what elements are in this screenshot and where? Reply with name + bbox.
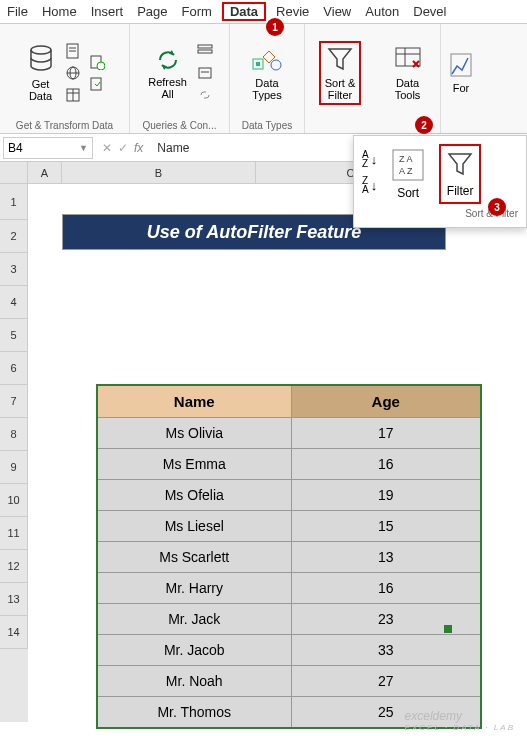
arrow-down-icon: ↓ xyxy=(371,178,378,193)
col-header[interactable]: B xyxy=(62,162,256,184)
svg-rect-13 xyxy=(198,45,212,48)
filter-button[interactable]: Filter xyxy=(439,144,481,204)
row-header[interactable]: 10 xyxy=(0,484,28,517)
tab-page[interactable]: Page xyxy=(133,2,171,21)
funnel-icon xyxy=(445,150,475,180)
row-header[interactable]: 1 xyxy=(0,184,28,220)
cancel-icon[interactable]: ✕ xyxy=(102,141,112,155)
data-tools-icon xyxy=(393,45,423,75)
sort-dialog-button[interactable]: Z AA Z Sort xyxy=(387,144,429,204)
props-icon xyxy=(197,66,213,80)
from-web-button[interactable] xyxy=(63,63,83,83)
row-header[interactable]: 6 xyxy=(0,352,28,385)
tab-insert[interactable]: Insert xyxy=(87,2,128,21)
svg-rect-12 xyxy=(91,78,101,90)
row-header[interactable]: 3 xyxy=(0,253,28,286)
sort-desc-button[interactable]: ZA ↓ xyxy=(362,176,377,194)
svg-rect-14 xyxy=(198,50,212,53)
row-header[interactable]: 5 xyxy=(0,319,28,352)
table-row[interactable]: Mr. Jack23 xyxy=(97,604,481,635)
menu-bar: File Home Insert Page Form Data Revie Vi… xyxy=(0,0,527,24)
data-types-icon xyxy=(251,45,283,75)
refresh-all-button[interactable]: Refresh All xyxy=(144,44,191,102)
fx-icon[interactable]: fx xyxy=(134,141,143,155)
table-icon xyxy=(65,87,81,103)
select-all[interactable] xyxy=(0,162,28,184)
svg-rect-15 xyxy=(199,68,211,78)
group-label-queries: Queries & Con... xyxy=(143,118,217,133)
from-text-button[interactable] xyxy=(63,41,83,61)
row-header[interactable]: 2 xyxy=(0,220,28,253)
watermark: exceldemy EXCEL · DATA · LAB xyxy=(405,709,515,732)
row-header[interactable]: 14 xyxy=(0,616,28,649)
tab-formulas[interactable]: Form xyxy=(178,2,216,21)
tab-view[interactable]: View xyxy=(319,2,355,21)
table-row[interactable]: Ms Scarlett13 xyxy=(97,542,481,573)
data-types-button[interactable]: Data Types xyxy=(247,43,287,103)
table-row[interactable]: Mr. Harry16 xyxy=(97,573,481,604)
tab-home[interactable]: Home xyxy=(38,2,81,21)
forecast-icon xyxy=(449,52,473,80)
arrow-down-icon: ↓ xyxy=(371,152,378,167)
group-data-types: Data Types Data Types xyxy=(230,24,305,133)
row-header[interactable]: 12 xyxy=(0,550,28,583)
table-row[interactable]: Ms Liesel15 xyxy=(97,511,481,542)
table-row[interactable]: Ms Ofelia19 xyxy=(97,480,481,511)
ribbon: Get Data Get & Transform Data Refresh Al… xyxy=(0,24,527,134)
refresh-icon xyxy=(154,46,182,74)
svg-rect-18 xyxy=(256,62,260,66)
group-data-tools: Data Tools xyxy=(375,24,441,133)
data-table[interactable]: Name Age Ms Olivia17 Ms Emma16 Ms Ofelia… xyxy=(96,384,482,729)
table-row[interactable]: Mr. Jacob33 xyxy=(97,635,481,666)
svg-point-19 xyxy=(271,60,281,70)
group-queries: Refresh All Queries & Con... xyxy=(130,24,230,133)
row-header[interactable]: 9 xyxy=(0,451,28,484)
funnel-icon xyxy=(325,45,355,75)
data-tools-button[interactable]: Data Tools xyxy=(389,43,427,103)
selection-handle[interactable] xyxy=(444,625,452,633)
formula-value[interactable]: Name xyxy=(157,141,189,155)
existing-conn-button[interactable] xyxy=(87,74,107,94)
get-data-button[interactable]: Get Data xyxy=(23,42,59,104)
row-header[interactable]: 13 xyxy=(0,583,28,616)
table-row[interactable]: Mr. Noah27 xyxy=(97,666,481,697)
connection-icon xyxy=(89,76,105,92)
header-age[interactable]: Age xyxy=(291,385,481,418)
globe-icon xyxy=(65,65,81,81)
name-box[interactable]: B4 ▼ xyxy=(3,137,93,159)
tab-developer[interactable]: Devel xyxy=(409,2,450,21)
tab-data[interactable]: Data xyxy=(222,2,266,21)
link-icon xyxy=(197,88,213,102)
sort-filter-button[interactable]: Sort & Filter xyxy=(319,41,362,105)
table-row[interactable]: Ms Emma16 xyxy=(97,449,481,480)
callout-1: 1 xyxy=(266,18,284,36)
recent-sources-button[interactable] xyxy=(87,52,107,72)
row-header[interactable]: 4 xyxy=(0,286,28,319)
svg-rect-23 xyxy=(451,54,471,76)
chevron-down-icon: ▼ xyxy=(79,143,88,153)
group-label-get-transform: Get & Transform Data xyxy=(16,118,113,133)
svg-text:Z A: Z A xyxy=(399,154,413,164)
svg-point-11 xyxy=(97,62,105,70)
database-icon xyxy=(27,44,55,76)
enter-icon[interactable]: ✓ xyxy=(118,141,128,155)
row-header[interactable]: 11 xyxy=(0,517,28,550)
sort-asc-button[interactable]: AZ ↓ xyxy=(362,150,377,168)
table-row[interactable]: Ms Olivia17 xyxy=(97,418,481,449)
edit-links-button[interactable] xyxy=(195,85,215,105)
properties-button[interactable] xyxy=(195,63,215,83)
from-table-button[interactable] xyxy=(63,85,83,105)
sort-dialog-icon: Z AA Z xyxy=(391,148,425,182)
header-name[interactable]: Name xyxy=(97,385,291,418)
tab-file[interactable]: File xyxy=(3,2,32,21)
row-header[interactable]: 7 xyxy=(0,385,28,418)
tab-automate[interactable]: Auton xyxy=(361,2,403,21)
forecast-button[interactable]: For xyxy=(445,50,477,96)
group-label-data-types: Data Types xyxy=(242,118,292,133)
group-get-transform: Get Data Get & Transform Data xyxy=(0,24,130,133)
col-header[interactable]: A xyxy=(28,162,62,184)
callout-2: 2 xyxy=(415,116,433,134)
queries-conn-button[interactable] xyxy=(195,41,215,61)
row-header[interactable]: 8 xyxy=(0,418,28,451)
group-forecast: For xyxy=(441,24,481,133)
